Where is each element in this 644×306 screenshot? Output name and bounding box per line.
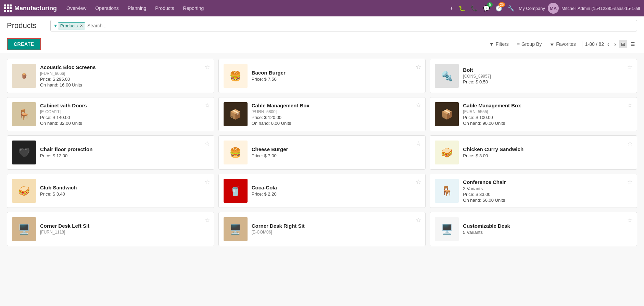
product-info-club-sandwich: Club SandwichPrice: $ 3.40	[40, 185, 209, 197]
favorite-star-button[interactable]: ☆	[204, 102, 210, 109]
add-menu-icon[interactable]: +	[449, 4, 454, 13]
favorite-star-button[interactable]: ☆	[627, 102, 633, 109]
favorite-star-button[interactable]: ☆	[416, 140, 421, 147]
product-info-chicken-curry: Chicken Curry SandwichPrice: $ 3.00	[463, 146, 632, 159]
product-image-bacon-burger: 🍔	[224, 64, 248, 88]
product-info-cabinet-doors: Cabinet with Doors[E-COM11]Price: $ 140.…	[40, 103, 209, 126]
product-card-conference-chair[interactable]: 🪑Conference Chair2 VariantsPrice: $ 33.0…	[430, 174, 637, 208]
groupby-icon: ≡	[517, 41, 520, 47]
chat-icon[interactable]: 💬 5	[482, 4, 491, 13]
next-page-button[interactable]: ›	[613, 40, 618, 49]
product-info-coca-cola: Coca-ColaPrice: $ 2.20	[252, 185, 421, 197]
username-display[interactable]: Mitchell Admin (15412385-saas-15-1-all	[561, 6, 640, 11]
product-name: Coca-Cola	[252, 185, 421, 190]
products-container: 🪵Acoustic Bloc Screens[FURN_6666]Price: …	[0, 53, 644, 252]
product-card-cheese-burger[interactable]: 🍔Cheese BurgerPrice: $ 7.00☆	[218, 135, 426, 170]
groupby-label: Group By	[521, 41, 542, 47]
filters-label: Filters	[496, 41, 509, 47]
favorite-star-button[interactable]: ☆	[627, 178, 633, 186]
product-card-club-sandwich[interactable]: 🥪Club SandwichPrice: $ 3.40☆	[7, 174, 214, 208]
product-info-conference-chair: Conference Chair2 VariantsPrice: $ 33.00…	[463, 179, 632, 203]
search-filter-tag[interactable]: Products ✕	[58, 22, 85, 29]
product-card-corner-desk-left[interactable]: 🖥️Corner Desk Left Sit[FURN_1118]☆	[7, 212, 214, 246]
favorite-star-button[interactable]: ☆	[204, 178, 210, 186]
pagination-text: 1-80 / 82	[585, 41, 604, 47]
favorites-label: Favorites	[556, 41, 576, 47]
favorite-star-button[interactable]: ☆	[416, 63, 421, 71]
product-info-bacon-burger: Bacon BurgerPrice: $ 7.50	[252, 70, 421, 82]
groupby-button[interactable]: ≡ Group By	[514, 39, 545, 49]
favorite-star-button[interactable]: ☆	[204, 63, 210, 71]
list-view-button[interactable]: ☰	[629, 40, 637, 48]
products-grid: 🪵Acoustic Bloc Screens[FURN_6666]Price: …	[7, 59, 637, 246]
topnav-actions: + 🐛 📞 💬 5 🕐 25 🔧 My Company MA Mitchell …	[449, 3, 640, 14]
product-name: Club Sandwich	[40, 185, 209, 190]
product-name: Cable Management Box	[252, 103, 421, 108]
search-input[interactable]	[85, 23, 634, 28]
bug-icon[interactable]: 🐛	[457, 4, 467, 13]
kanban-view-button[interactable]: ⊞	[619, 40, 627, 48]
nav-item-products[interactable]: Products	[151, 3, 178, 13]
prev-page-button[interactable]: ‹	[606, 40, 611, 49]
favorite-star-button[interactable]: ☆	[204, 140, 210, 147]
create-button[interactable]: CREATE	[7, 38, 41, 50]
product-price: Price: $ 3.40	[40, 191, 209, 197]
product-stock: On hand: 0.00 Units	[252, 121, 421, 126]
avatar[interactable]: MA	[548, 3, 559, 14]
filters-button[interactable]: ▼ Filters	[486, 39, 512, 49]
product-card-customizable-desk[interactable]: 🖥️Customizable Desk5 Variants☆	[430, 212, 637, 246]
product-info-acoustic-bloc: Acoustic Bloc Screens[FURN_6666]Price: $…	[40, 64, 209, 88]
product-card-corner-desk-right[interactable]: 🖥️Corner Desk Right Sit[E-COM06]☆	[218, 212, 426, 246]
grid-menu-icon[interactable]	[4, 4, 12, 12]
nav-item-reporting[interactable]: Reporting	[179, 3, 208, 13]
product-name: Corner Desk Right Sit	[252, 223, 421, 229]
nav-item-overview[interactable]: Overview	[62, 3, 90, 13]
pagination: 1-80 / 82 ‹ ›	[585, 40, 618, 49]
top-navigation: Manufacturing OverviewOperationsPlanning…	[0, 0, 644, 16]
product-card-chair-floor-protect[interactable]: 🖤Chair floor protectionPrice: $ 12.00☆	[7, 135, 214, 170]
product-name: Cable Management Box	[463, 103, 632, 108]
product-card-cable-mgmt-5555[interactable]: 📦Cable Management Box[FURN_5555]Price: $…	[430, 97, 637, 131]
wrench-icon[interactable]: 🔧	[506, 4, 516, 13]
product-info-cheese-burger: Cheese BurgerPrice: $ 7.00	[252, 146, 421, 159]
product-card-acoustic-bloc[interactable]: 🪵Acoustic Bloc Screens[FURN_6666]Price: …	[7, 59, 214, 93]
favorite-star-button[interactable]: ☆	[204, 216, 210, 224]
product-name: Chair floor protection	[40, 146, 209, 152]
filter-icon: ▼	[53, 23, 58, 28]
favorite-star-button[interactable]: ☆	[416, 216, 421, 224]
product-ref: [FURN_6666]	[40, 71, 209, 76]
favorite-star-button[interactable]: ☆	[627, 216, 633, 224]
page-title: Products	[7, 21, 37, 30]
favorite-star-button[interactable]: ☆	[416, 102, 421, 109]
product-name: Bolt	[463, 67, 632, 73]
product-name: Conference Chair	[463, 179, 632, 185]
product-card-bolt[interactable]: 🔩Bolt[CONS_89957]Price: $ 0.50☆	[430, 59, 637, 93]
product-card-bacon-burger[interactable]: 🍔Bacon BurgerPrice: $ 7.50☆	[218, 59, 426, 93]
nav-item-planning[interactable]: Planning	[124, 3, 151, 13]
favorites-button[interactable]: ★ Favorites	[546, 39, 579, 49]
favorite-star-button[interactable]: ☆	[416, 178, 421, 186]
product-card-chicken-curry[interactable]: 🥪Chicken Curry SandwichPrice: $ 3.00☆	[430, 135, 637, 170]
filter-funnel-icon: ▼	[489, 41, 494, 47]
app-brand[interactable]: Manufacturing	[4, 4, 57, 12]
phone-icon[interactable]: 📞	[469, 4, 479, 13]
product-image-bolt: 🔩	[435, 64, 459, 88]
product-variants: 2 Variants	[463, 186, 632, 191]
product-stock: On hand: 90.00 Units	[463, 121, 632, 126]
filter-tag-close[interactable]: ✕	[80, 24, 83, 28]
product-stock: On hand: 16.00 Units	[40, 82, 209, 88]
favorite-star-button[interactable]: ☆	[627, 140, 633, 147]
favorite-star-button[interactable]: ☆	[627, 63, 633, 71]
clock-icon[interactable]: 🕐 25	[494, 4, 504, 13]
main-menu: OverviewOperationsPlanningProductsReport…	[62, 3, 447, 13]
product-image-coca-cola: 🥤	[224, 179, 248, 203]
product-name: Bacon Burger	[252, 70, 421, 76]
product-image-customizable-desk: 🖥️	[435, 217, 459, 241]
nav-item-operations[interactable]: Operations	[91, 3, 123, 13]
product-price: Price: $ 33.00	[463, 192, 632, 197]
company-selector[interactable]: My Company	[519, 6, 545, 11]
product-card-coca-cola[interactable]: 🥤Coca-ColaPrice: $ 2.20☆	[218, 174, 426, 208]
product-price: Price: $ 295.00	[40, 77, 209, 82]
product-card-cabinet-doors[interactable]: 🪑Cabinet with Doors[E-COM11]Price: $ 140…	[7, 97, 214, 131]
product-card-cable-mgmt-5800[interactable]: 📦Cable Management Box[FURN_5800]Price: $…	[218, 97, 426, 131]
